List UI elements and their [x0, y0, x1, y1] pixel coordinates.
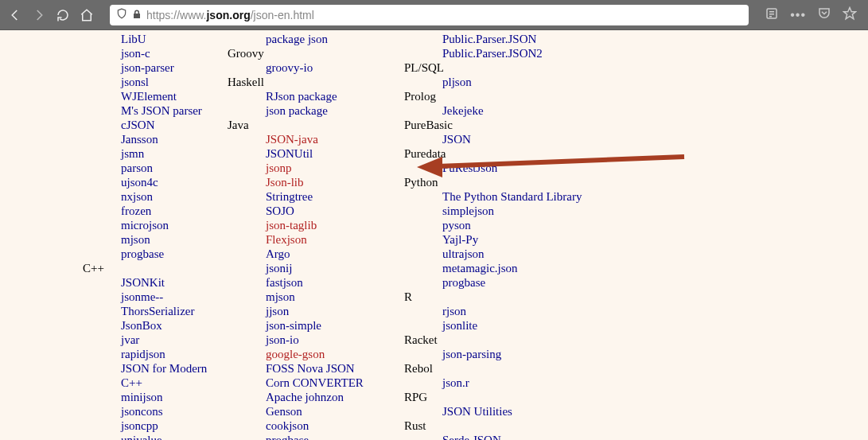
link-json-c[interactable]: json-c: [121, 46, 231, 60]
link-stringtree[interactable]: Stringtree: [266, 189, 407, 204]
link-json-lib[interactable]: Json-lib: [266, 175, 407, 189]
link-genson[interactable]: Genson: [266, 404, 407, 419]
link-serde-json[interactable]: Serde JSON: [442, 433, 630, 440]
link-jsonlite[interactable]: jsonlite: [442, 318, 630, 333]
link-jjson[interactable]: jjson: [266, 304, 407, 318]
link-jsonp[interactable]: jsonp: [266, 161, 407, 175]
link-json-package[interactable]: json package: [266, 103, 407, 118]
link-thorsserializer[interactable]: ThorsSerializer: [121, 304, 231, 318]
heading-pl-sql: PL/SQL: [404, 60, 630, 75]
link-json-utilities[interactable]: JSON Utilities: [442, 404, 630, 419]
link-progbase[interactable]: progbase: [266, 433, 407, 440]
link-json[interactable]: JSON: [442, 132, 630, 146]
link-pljson[interactable]: pljson: [442, 75, 630, 89]
link-package-json[interactable]: package json: [266, 32, 407, 46]
link-mjson[interactable]: mjson: [121, 232, 231, 247]
link-jsonkit[interactable]: JSONKit: [121, 275, 231, 290]
heading-rebol: Rebol: [404, 361, 630, 376]
link-json-parser[interactable]: json-parser: [121, 60, 231, 75]
link-public-parser-json2[interactable]: Public.Parser.JSON2: [442, 46, 630, 60]
link-jsonbox[interactable]: JsonBox: [121, 318, 231, 333]
link-cjson[interactable]: cJSON: [121, 118, 231, 132]
link-yajl-py[interactable]: Yajl-Py: [442, 232, 630, 247]
col3-groups: PL/SQLpljsonPrologJekejekePureBasicJSONP…: [407, 60, 630, 440]
link-json-taglib[interactable]: json-taglib: [266, 218, 407, 232]
url-text: https://www.json.org/json-en.html: [146, 9, 314, 21]
link-public-parser-json[interactable]: Public.Parser.JSON: [442, 32, 630, 46]
heading-r: R: [404, 290, 630, 304]
link-flexjson[interactable]: Flexjson: [266, 232, 407, 247]
link-fastjson[interactable]: fastjson: [266, 275, 407, 290]
items-rebol: json.r: [407, 376, 630, 390]
link-jsoncpp[interactable]: jsoncpp: [121, 419, 231, 433]
link-parson[interactable]: parson: [121, 161, 231, 175]
menu-dots-icon[interactable]: •••: [790, 8, 806, 22]
link-univalue[interactable]: univalue: [121, 433, 231, 440]
link-progbase[interactable]: progbase: [442, 275, 630, 290]
link-mjson[interactable]: mjson: [266, 290, 407, 304]
link-jsmn[interactable]: jsmn: [121, 146, 231, 161]
link-nxjson[interactable]: nxjson: [121, 189, 231, 204]
link-metamagic-json[interactable]: metamagic.json: [442, 261, 630, 275]
bookmark-star-icon[interactable]: [843, 6, 857, 24]
link-the-python-standard-library[interactable]: The Python Standard Library: [442, 189, 630, 204]
link-purestjson[interactable]: PuRestJson: [442, 161, 630, 175]
link-ultrajson[interactable]: ultrajson: [442, 247, 630, 261]
back-button[interactable]: [8, 8, 22, 22]
link-rjson[interactable]: rjson: [442, 304, 630, 318]
link-minijson[interactable]: minijson: [121, 390, 231, 404]
link-simplejson[interactable]: simplejson: [442, 204, 630, 218]
url-path: /json-en.html: [251, 9, 314, 21]
link-frozen[interactable]: frozen: [121, 204, 231, 218]
link-microjson[interactable]: microjson: [121, 218, 231, 232]
shield-icon: [116, 8, 127, 22]
link-jvar[interactable]: jvar: [121, 333, 231, 347]
link-json-parsing[interactable]: json-parsing: [442, 347, 630, 361]
link-jsoncons[interactable]: jsoncons: [121, 404, 231, 419]
link-apache-johnzon[interactable]: Apache johnzon: [266, 390, 407, 404]
link-jekejeke[interactable]: Jekejeke: [442, 103, 630, 118]
link-wjelement[interactable]: WJElement: [121, 89, 231, 103]
link-json-r[interactable]: json.r: [442, 376, 630, 390]
link-jsonsl[interactable]: jsonsl: [121, 75, 231, 89]
col2-headless: package json: [231, 32, 407, 46]
pocket-icon[interactable]: [817, 6, 831, 24]
link-json-io[interactable]: json-io: [266, 333, 407, 347]
link-foss-nova-json[interactable]: FOSS Nova JSON: [266, 361, 407, 376]
heading-rust: Rust: [404, 419, 630, 433]
url-domain: json.org: [206, 9, 250, 21]
link-cookjson[interactable]: cookjson: [266, 419, 407, 433]
link-jsonij[interactable]: jsonij: [266, 261, 407, 275]
items-prolog: Jekejeke: [407, 103, 630, 118]
link-ujson4c[interactable]: ujson4c: [121, 175, 231, 189]
url-bar[interactable]: https://www.json.org/json-en.html: [110, 5, 749, 25]
link-pyson[interactable]: pyson: [442, 218, 630, 232]
reader-icon[interactable]: [765, 6, 779, 24]
link-jansson[interactable]: Jansson: [121, 132, 231, 146]
link-json-java[interactable]: JSON-java: [266, 132, 407, 146]
link-sojo[interactable]: SOJO: [266, 204, 407, 218]
link-libu[interactable]: LibU: [121, 32, 231, 46]
column-2: package json Groovy groovy-io Haskell RJ…: [231, 32, 407, 440]
link-jsonme-[interactable]: jsonme--: [121, 290, 231, 304]
link-json-for-modern-c-[interactable]: JSON for Modern C++: [121, 361, 231, 390]
java-heading: Java: [228, 118, 407, 132]
link-argo[interactable]: Argo: [266, 247, 407, 261]
link-m-s-json-parser[interactable]: M's JSON parser: [121, 103, 231, 118]
link-groovy-io[interactable]: groovy-io: [266, 60, 407, 75]
link-rjson-package[interactable]: RJson package: [266, 89, 407, 103]
haskell-heading: Haskell: [228, 75, 407, 89]
items-pl/sql: pljson: [407, 75, 630, 89]
reload-button[interactable]: [56, 8, 70, 22]
link-rapidjson[interactable]: rapidjson: [121, 347, 231, 361]
link-jsonutil[interactable]: JSONUtil: [266, 146, 407, 161]
link-progbase[interactable]: progbase: [121, 247, 231, 261]
items-rpg: JSON Utilities: [407, 404, 630, 419]
forward-button[interactable]: [32, 8, 46, 22]
home-button[interactable]: [80, 8, 94, 22]
link-corn-converter[interactable]: Corn CONVERTER: [266, 376, 407, 390]
items-racket: json-parsing: [407, 347, 630, 361]
link-google-gson[interactable]: google-gson: [266, 347, 407, 361]
c-items: LibUjson-cjson-parserjsonslWJElementM's …: [86, 32, 231, 261]
link-json-simple[interactable]: json-simple: [266, 318, 407, 333]
